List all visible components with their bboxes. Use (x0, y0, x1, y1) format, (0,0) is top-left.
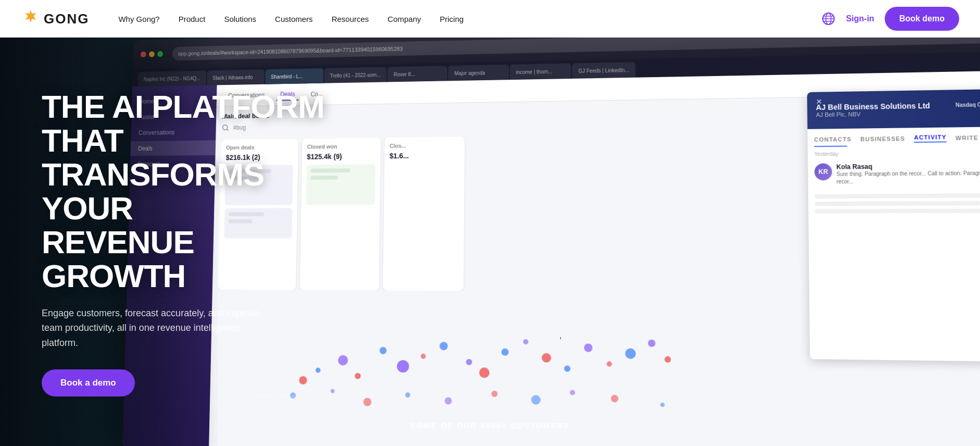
browser-tab-3[interactable]: Trello (41 - 2022-som... (324, 67, 387, 83)
account-sub-name: AJ Bell Plc, NBV (816, 110, 930, 118)
active-tab-indicator (814, 145, 847, 147)
gong-logo-icon (21, 9, 41, 29)
navbar: GONG Why Gong? Product Solutions Custome… (0, 0, 980, 38)
write-email-tab[interactable]: WRITE EMAIL (956, 134, 980, 141)
avatar: KR (814, 163, 832, 180)
date-label: Yesterday (814, 149, 980, 157)
hero-headline-line2: TRANSFORMS YOUR (42, 156, 264, 226)
nav-item-resources[interactable]: Resources (323, 10, 378, 28)
svg-point-0 (28, 14, 33, 19)
logo-text: GONG (44, 11, 89, 27)
account-tabs: CONTACTS BUSINESSES ACTIVITY WRITE EMAIL (814, 133, 980, 144)
workspace-value: Nasdaq Corporate Platforms (956, 101, 980, 108)
customers-count-text: SOME OF OUR 4000+ CUSTOMERS (410, 421, 570, 430)
customers-section-label: SOME OF OUR 4000+ CUSTOMERS (410, 421, 570, 430)
activity-placeholder (815, 193, 980, 214)
hero-headline-line3: REVENUE GROWTH (42, 224, 194, 294)
activity-tab[interactable]: ACTIVITY (914, 134, 947, 143)
browser-tab-6[interactable]: income | thorn... (510, 64, 571, 80)
hero-cta: Book a demo (42, 369, 333, 397)
nav-item-solutions[interactable]: Solutions (216, 10, 265, 28)
browser-tab-4[interactable]: Rover 8... (387, 66, 447, 82)
globe-icon[interactable] (821, 11, 836, 26)
hero-headline: THE AI PLATFORM THAT TRANSFORMS YOUR REV… (42, 90, 333, 293)
account-name-area: AJ Bell Business Solutions Ltd AJ Bell P… (816, 102, 931, 118)
browser-tab-2[interactable]: Sharebird - L... (265, 68, 323, 84)
nav-item-company[interactable]: Company (379, 10, 429, 28)
book-demo-button[interactable]: Book demo (885, 7, 959, 31)
deal-col-closed2: Clos... $1.6... (383, 137, 464, 291)
nav-links: Why Gong? Product Solutions Customers Re… (110, 10, 821, 28)
nav-right: Sign-in Book demo (821, 7, 959, 31)
message-item: KR Kola Rasaq Sure thing. Paragraph on t… (814, 162, 980, 185)
hero-section: app.gong.io/deals/#workspace-id=24190810… (0, 38, 980, 446)
browser-tab-5[interactable]: Major agenda (448, 65, 509, 81)
account-panel-header: AJ Bell Business Solutions Ltd AJ Bell P… (807, 89, 980, 129)
closed2-amount: $1.6... (390, 151, 460, 160)
closed2-label: Clos... (390, 142, 460, 149)
hero-text: THE AI PLATFORM THAT TRANSFORMS YOUR REV… (42, 90, 333, 397)
message-text-preview: Sure thing. Paragraph on the recor... Ca… (836, 169, 980, 185)
message-content: Kola Rasaq Sure thing. Paragraph on the … (836, 162, 980, 185)
nav-item-product[interactable]: Product (170, 10, 214, 28)
account-name: AJ Bell Business Solutions Ltd (816, 102, 930, 112)
workspace-area: WORKSPACE Nasdaq Corporate Platforms (956, 95, 980, 121)
account-panel: AJ Bell Business Solutions Ltd AJ Bell P… (807, 89, 980, 362)
hero-cta-button[interactable]: Book a demo (42, 369, 135, 397)
businesses-tab[interactable]: BUSINESSES (860, 135, 905, 142)
browser-tab-7[interactable]: GJ Feeds | LinkedIn... (572, 62, 635, 79)
nav-item-why-gong[interactable]: Why Gong? (110, 10, 168, 28)
nav-item-pricing[interactable]: Pricing (432, 10, 472, 28)
logo[interactable]: GONG (21, 9, 89, 29)
close-panel-button[interactable]: ✕ (816, 97, 823, 106)
nav-item-customers[interactable]: Customers (267, 10, 321, 28)
account-body: CONTACTS BUSINESSES ACTIVITY WRITE EMAIL… (808, 126, 980, 362)
hero-headline-line1: THE AI PLATFORM THAT (42, 89, 324, 158)
sign-in-link[interactable]: Sign-in (846, 14, 874, 23)
contacts-tab[interactable]: CONTACTS (814, 136, 851, 143)
hero-subtext: Engage customers, forecast accurately, a… (42, 306, 271, 351)
